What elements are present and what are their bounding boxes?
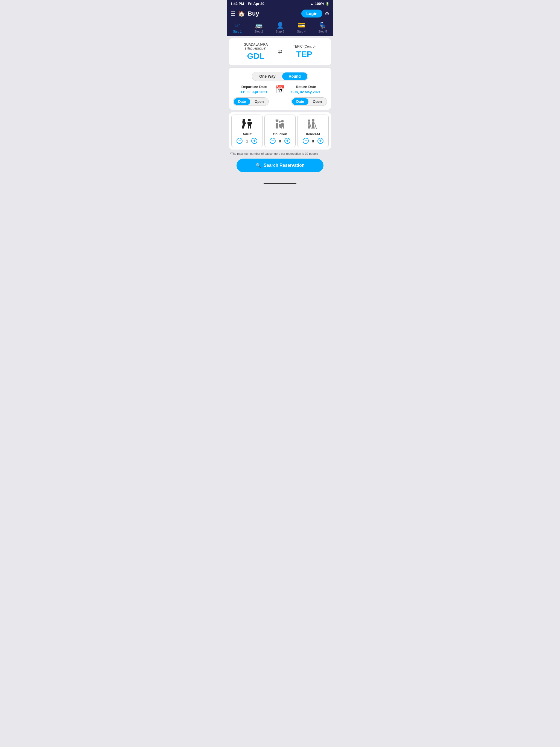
svg-rect-14 [281,126,282,129]
step-5[interactable]: 💺 Step 5 [312,22,333,33]
header-right: Login ⚙ [301,9,330,18]
svg-rect-18 [279,126,279,128]
app-title: Buy [248,10,259,17]
step-5-label: Step 5 [318,30,327,33]
departure-open-option[interactable]: Open [250,98,268,105]
departure-date-open-toggle: Date Open [233,97,269,106]
children-counter: − 0 + [266,138,294,144]
adult-increment-button[interactable]: + [251,138,257,144]
inapam-counter: − 0 + [299,138,327,144]
svg-rect-9 [276,123,278,126]
inapam-icon [299,118,327,131]
children-decrement-button[interactable]: − [270,138,276,144]
status-indicators: ▲ 100% 🔋 [310,2,330,6]
svg-point-20 [312,119,314,121]
header-left: ☰ 🏠 Buy [230,10,259,17]
departure-date-option[interactable]: Date [234,98,250,105]
time-display: 1:42 PM [230,2,244,6]
svg-point-8 [275,120,279,121]
children-count: 0 [278,138,282,143]
settings-icon[interactable]: ⚙ [325,10,330,17]
step-4[interactable]: 💳 Step 4 [291,22,312,33]
date-display: Fri Apr 30 [248,2,264,6]
search-reservation-button[interactable]: 🔍 Search Reservation [236,159,324,172]
inapam-passenger-item: INAPAM − 0 + [297,114,329,147]
svg-point-22 [308,120,310,122]
step-3[interactable]: 👤 Step 3 [269,22,291,33]
inapam-decrement-button[interactable]: − [303,138,309,144]
step-2-label: Step 2 [254,30,263,33]
origin-city-code: GDL [233,51,278,61]
route-swap-icon[interactable]: ⇄ [278,49,282,55]
hamburger-menu-icon[interactable]: ☰ [230,10,235,17]
step-1-label: Step 1 [233,30,242,33]
svg-rect-15 [283,126,284,129]
round-option[interactable]: Round [282,73,307,80]
children-increment-button[interactable]: + [284,138,290,144]
trip-type-wrapper: One Way Round [252,72,308,81]
inapam-count: 0 [311,138,315,143]
svg-rect-3 [248,126,249,129]
one-way-option[interactable]: One Way [253,73,282,80]
date-card: One Way Round Departure Date Fri, 30 Apr… [229,68,331,110]
adult-label: Adult [233,132,261,136]
adult-passenger-item: Adult − 1 + [231,114,263,147]
return-open-option[interactable]: Open [308,98,326,105]
main-content: GUADALAJARA (Tlaquepaque) GDL ⇄ TEPIC (C… [227,36,333,180]
adult-icon [233,118,261,131]
calendar-icon-wrap[interactable]: 📅 [275,85,285,94]
wifi-icon: ▲ [310,2,314,6]
children-icon [266,118,294,131]
dates-row: Departure Date Fri, 30 Apr 2021 📅 Return… [233,85,327,94]
login-button[interactable]: Login [301,9,322,18]
trip-type-toggle: One Way Round [233,72,327,81]
status-time: 1:42 PM Fri Apr 30 [230,2,264,6]
svg-rect-5 [248,122,249,124]
origin-block[interactable]: GUADALAJARA (Tlaquepaque) GDL [233,43,278,61]
step-1-icon: ☞ [235,22,240,29]
svg-rect-11 [277,126,278,129]
dest-block[interactable]: TEPIC (Centro) TEP [282,45,327,59]
departure-value: Fri, 30 Apr 2021 [233,90,275,94]
adult-counter: − 1 + [233,138,261,144]
battery-icon: 🔋 [325,2,330,6]
search-button-wrap: 🔍 Search Reservation [229,159,331,172]
search-icon: 🔍 [255,162,261,169]
header: ☰ 🏠 Buy Login ⚙ [227,7,333,20]
return-date-option[interactable]: Date [292,98,308,105]
passengers-card: Adult − 1 + [229,112,331,150]
return-value: Sun, 02 May 2021 [285,90,327,94]
status-bar: 1:42 PM Fri Apr 30 ▲ 100% 🔋 [227,0,333,7]
calendar-icon: 📅 [275,85,285,94]
home-icon[interactable]: 🏠 [238,10,245,17]
svg-rect-17 [279,124,281,127]
departure-label: Departure Date [233,85,275,89]
inapam-label: INAPAM [299,132,327,136]
svg-point-12 [281,120,284,123]
inapam-increment-button[interactable]: + [317,138,324,144]
home-indicator [227,180,333,186]
step-2[interactable]: 🚌 Step 2 [248,22,269,33]
date-open-row: Date Open Date Open [233,97,327,106]
svg-line-23 [310,124,311,129]
svg-rect-10 [276,126,277,129]
steps-nav: ☞ Step 1 🚌 Step 2 👤 Step 3 💳 Step 4 💺 St… [227,20,333,36]
step-4-label: Step 4 [297,30,306,33]
home-bar [263,183,297,184]
adult-decrement-button[interactable]: − [236,138,243,144]
battery-display: 100% [315,2,324,6]
dest-city-name: TEPIC (Centro) [282,45,327,48]
svg-point-16 [279,121,281,123]
origin-city-name: GUADALAJARA (Tlaquepaque) [233,43,278,50]
children-passenger-item: Children − 0 + [264,114,296,147]
search-button-label: Search Reservation [263,163,304,168]
step-1[interactable]: ☞ Step 1 [227,22,248,33]
dest-city-code: TEP [282,50,327,59]
step-3-icon: 👤 [276,22,284,29]
svg-rect-4 [250,126,251,129]
svg-rect-13 [281,123,284,127]
step-4-icon: 💳 [298,22,305,29]
step-3-label: Step 3 [276,30,284,33]
svg-rect-6 [251,122,252,124]
return-label: Return Date [285,85,327,89]
